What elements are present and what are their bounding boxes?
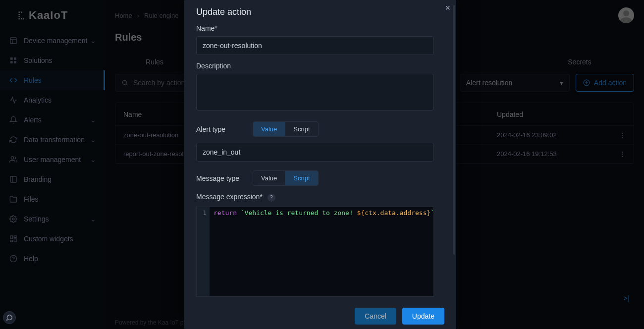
- chat-bubble-icon[interactable]: [3, 311, 16, 324]
- alert-type-value-option[interactable]: Value: [253, 122, 285, 136]
- message-expression-label: Message expression ?: [196, 193, 444, 202]
- alert-type-script-option[interactable]: Script: [285, 122, 318, 136]
- update-action-modal: × Update action Name Description Alert t…: [184, 0, 456, 329]
- name-label: Name: [196, 24, 444, 32]
- update-button[interactable]: Update: [402, 308, 444, 325]
- code-content[interactable]: return `Vehicle is returned to zone! ${c…: [210, 207, 433, 296]
- close-icon[interactable]: ×: [445, 3, 450, 13]
- description-input[interactable]: [196, 74, 434, 110]
- modal-title: Update action: [196, 7, 444, 17]
- scrollbar[interactable]: [453, 5, 455, 255]
- help-icon[interactable]: ?: [268, 194, 275, 202]
- name-input[interactable]: [196, 36, 434, 55]
- alert-type-label: Alert type: [196, 125, 253, 133]
- message-type-toggle: Value Script: [253, 170, 319, 186]
- description-label: Description: [196, 62, 444, 70]
- cancel-button[interactable]: Cancel: [355, 308, 396, 325]
- code-editor[interactable]: 1 return `Vehicle is returned to zone! $…: [196, 207, 434, 297]
- message-type-label: Message type: [196, 174, 253, 182]
- alert-type-input[interactable]: [196, 143, 434, 162]
- alert-type-toggle: Value Script: [253, 121, 319, 137]
- line-gutter: 1: [197, 207, 210, 296]
- message-type-script-option[interactable]: Script: [285, 171, 318, 185]
- message-type-value-option[interactable]: Value: [253, 171, 285, 185]
